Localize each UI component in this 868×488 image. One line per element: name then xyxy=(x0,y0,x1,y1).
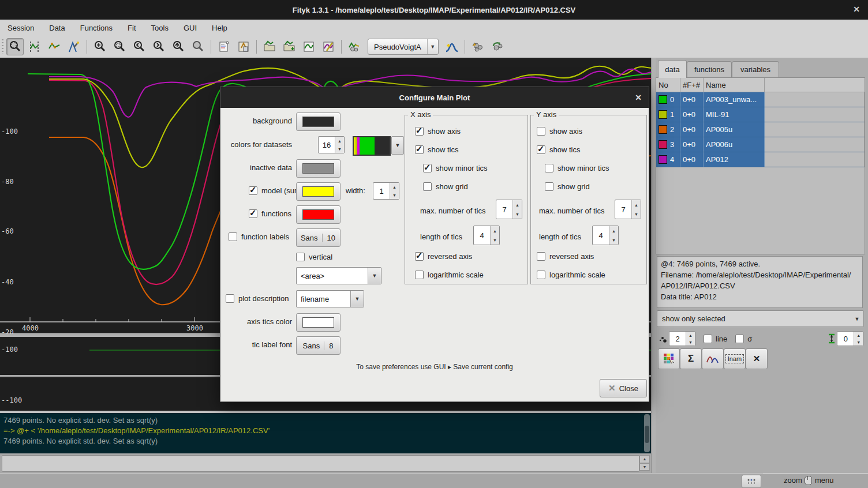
x-length-tics-spinner[interactable]: 4 ▲▼ xyxy=(473,226,500,245)
background-color-button[interactable] xyxy=(296,112,341,131)
model-color-button[interactable] xyxy=(296,182,341,201)
dialog-titlebar[interactable]: Configure Main Plot ✕ xyxy=(220,87,649,108)
tab-functions[interactable]: functions xyxy=(687,61,732,77)
tab-data[interactable]: data xyxy=(658,60,687,78)
spin-up-icon[interactable]: ▲ xyxy=(609,226,618,235)
script-editor-icon[interactable] xyxy=(215,38,233,55)
dataset-table-header[interactable]: No #F+# Name xyxy=(656,78,865,92)
y-show-grid-checkbox[interactable] xyxy=(545,182,553,191)
peak-type-combobox[interactable]: PseudoVoigtA ▼ xyxy=(368,39,439,55)
point-size-spinner[interactable]: 2 ▲▼ xyxy=(669,331,695,346)
data-shift-spinner[interactable]: 0 ▲▼ xyxy=(837,331,863,346)
x-max-tics-spinner[interactable]: 7 ▲▼ xyxy=(496,200,522,219)
spin-down-icon[interactable]: ▼ xyxy=(686,339,695,346)
y-show-axis-checkbox[interactable] xyxy=(537,127,545,136)
console-scrollbar-thumb[interactable] xyxy=(645,426,649,443)
show-filter-combobox[interactable]: show only selected ▼ xyxy=(657,310,864,327)
dataset-colors-preview[interactable] xyxy=(353,136,391,156)
undo-fit-icon[interactable] xyxy=(489,38,506,55)
spin-down-icon[interactable]: ▼ xyxy=(854,339,863,346)
spin-down-icon[interactable]: ▼ xyxy=(632,209,641,219)
dataset-color-swatch[interactable] xyxy=(659,95,667,104)
dataset-color-swatch[interactable] xyxy=(659,155,667,164)
model-width-spinner[interactable]: 1 ▲▼ xyxy=(373,182,399,200)
line-checkbox[interactable] xyxy=(704,335,712,343)
run-fit-icon[interactable] xyxy=(469,38,487,55)
function-labels-checkbox[interactable] xyxy=(229,232,237,241)
spin-up-icon[interactable]: ▲ xyxy=(686,332,695,339)
chevron-down-icon[interactable]: ▼ xyxy=(350,291,364,307)
append-data-icon[interactable] xyxy=(280,38,298,55)
chevron-down-icon[interactable]: ▼ xyxy=(851,316,863,322)
x-show-minor-tics-checkbox[interactable] xyxy=(423,164,432,172)
spin-up-icon[interactable]: ▲ xyxy=(513,200,522,209)
spin-down-icon[interactable]: ▼ xyxy=(491,235,499,245)
function-gears-icon[interactable] xyxy=(346,38,363,55)
zoom-vertical-icon[interactable] xyxy=(170,38,187,55)
x-show-axis-checkbox[interactable] xyxy=(415,127,424,136)
plot-description-checkbox[interactable] xyxy=(226,294,234,303)
table-row[interactable]: 1 0+0 MIL-91 xyxy=(656,107,865,122)
table-row[interactable]: 0 0+0 AP003_unwa... xyxy=(656,92,865,107)
spin-up-icon[interactable]: ▲ xyxy=(491,226,499,235)
data-range-icon[interactable] xyxy=(26,38,43,55)
load-data-icon[interactable] xyxy=(261,38,278,55)
spin-up-icon[interactable]: ▲ xyxy=(390,183,399,191)
x-show-tics-checkbox[interactable] xyxy=(415,145,424,154)
peak-draft-icon[interactable] xyxy=(65,38,83,55)
tab-variables[interactable]: variables xyxy=(732,61,779,77)
col-name[interactable]: Name xyxy=(704,78,765,92)
y-reversed-axis-checkbox[interactable] xyxy=(537,252,545,261)
col-no[interactable]: No xyxy=(656,78,680,92)
data-name-button[interactable]: Inam xyxy=(724,348,746,369)
close-button[interactable]: ✕ Close xyxy=(600,379,647,397)
table-row[interactable]: 4 0+0 AP012 xyxy=(656,152,865,167)
spin-down-icon[interactable]: ▼ xyxy=(335,145,344,153)
dataset-color-swatch[interactable] xyxy=(659,125,667,134)
output-console[interactable]: 7469 points. No explicit std. dev. Set a… xyxy=(0,413,651,453)
spin-down-icon[interactable]: ▼ xyxy=(639,463,650,471)
y-logarithmic-checkbox[interactable] xyxy=(537,271,545,279)
dataset-colors-count-spinner[interactable]: 16 ▲▼ xyxy=(318,136,345,153)
x-logarithmic-checkbox[interactable] xyxy=(415,271,424,279)
window-close-icon[interactable]: ✕ xyxy=(853,5,860,14)
menu-functions[interactable]: Functions xyxy=(73,20,120,36)
menu-fit[interactable]: Fit xyxy=(120,20,143,36)
x-show-grid-checkbox[interactable] xyxy=(423,182,432,191)
y-max-tics-spinner[interactable]: 7 ▲▼ xyxy=(615,200,641,219)
sigma-checkbox[interactable] xyxy=(735,335,744,343)
data-transform-icon[interactable] xyxy=(320,38,337,55)
window-titlebar[interactable]: Fityk 1.3.1 - /home/aleplo/test/Desktop/… xyxy=(0,0,868,20)
menu-gui[interactable]: GUI xyxy=(176,20,204,36)
spin-down-icon[interactable]: ▼ xyxy=(390,191,399,199)
edit-data-icon[interactable] xyxy=(300,38,317,55)
y-show-tics-checkbox[interactable] xyxy=(537,145,545,154)
add-peak-icon[interactable] xyxy=(443,38,461,55)
zoom-selection-icon[interactable] xyxy=(111,38,128,55)
dataset-colors-dropdown[interactable]: ▼ xyxy=(391,136,404,155)
spin-up-icon[interactable]: ▲ xyxy=(335,137,344,145)
spin-up-icon[interactable]: ▲ xyxy=(854,332,863,339)
zoom-previous-icon[interactable] xyxy=(189,38,207,55)
function-labels-font-button[interactable]: Sans 10 xyxy=(296,228,341,247)
delete-button[interactable]: ✕ xyxy=(746,348,768,369)
zoom-left-icon[interactable] xyxy=(130,38,148,55)
inactive-data-color-button[interactable] xyxy=(296,159,341,178)
spin-up-icon[interactable]: ▲ xyxy=(639,455,650,463)
vertical-checkbox[interactable] xyxy=(296,253,305,261)
command-input[interactable] xyxy=(2,455,639,472)
y-show-minor-tics-checkbox[interactable] xyxy=(545,164,553,172)
menu-data[interactable]: Data xyxy=(42,20,72,36)
dataset-colors-button[interactable] xyxy=(658,348,680,369)
chevron-down-icon[interactable]: ▼ xyxy=(368,268,381,284)
spin-up-icon[interactable]: ▲ xyxy=(632,200,641,209)
chevron-down-icon[interactable]: ▼ xyxy=(427,39,438,54)
label-format-combobox[interactable]: <area> ▼ xyxy=(296,267,381,284)
functions-color-button[interactable] xyxy=(296,205,341,224)
menu-session[interactable]: Session xyxy=(0,20,42,36)
zoom-all-icon[interactable] xyxy=(91,38,108,55)
session-log-icon[interactable] xyxy=(235,38,252,55)
menu-help[interactable]: Help xyxy=(204,20,235,36)
command-history-spinner[interactable]: ▲▼ xyxy=(639,455,650,471)
functions-checkbox[interactable] xyxy=(249,209,257,218)
